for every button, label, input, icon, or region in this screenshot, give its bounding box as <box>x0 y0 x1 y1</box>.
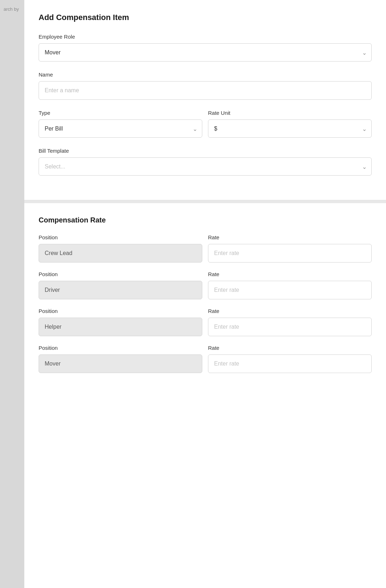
rate-row-2: Position Rate <box>39 308 372 336</box>
position-field-3: Position <box>39 345 202 373</box>
name-field: Name <box>39 72 372 100</box>
rate-input-1[interactable] <box>208 281 372 299</box>
position-label-1: Position <box>39 271 202 277</box>
add-compensation-form: Add Compensation Item Employee Role Move… <box>24 0 386 200</box>
compensation-title: Compensation Rate <box>39 216 372 224</box>
position-input-3 <box>39 354 202 373</box>
position-label-2: Position <box>39 308 202 314</box>
position-field-2: Position <box>39 308 202 336</box>
rate-field-1: Rate <box>208 271 372 299</box>
type-select-wrapper: Per Bill Per Hour Per Job ⌄ <box>39 119 202 138</box>
rate-unit-label: Rate Unit <box>208 110 372 116</box>
rate-label-1: Rate <box>208 271 372 277</box>
section-divider <box>24 200 386 203</box>
rate-row-3: Position Rate <box>39 345 372 373</box>
rate-input-2[interactable] <box>208 318 372 336</box>
type-field: Type Per Bill Per Hour Per Job ⌄ <box>39 110 202 138</box>
sidebar-search-text: arch by <box>0 0 24 18</box>
rate-field-3: Rate <box>208 345 372 373</box>
rate-field-2: Rate <box>208 308 372 336</box>
bill-template-label: Bill Template <box>39 148 372 154</box>
rate-input-3[interactable] <box>208 354 372 373</box>
rate-label-2: Rate <box>208 308 372 314</box>
position-field-1: Position <box>39 271 202 299</box>
rate-unit-select-wrapper: $ % flat ⌄ <box>208 119 372 138</box>
type-rate-row: Type Per Bill Per Hour Per Job ⌄ Rate Un… <box>39 110 372 148</box>
rate-unit-select[interactable]: $ % flat <box>208 119 372 138</box>
rate-label-3: Rate <box>208 345 372 351</box>
position-label-0: Position <box>39 234 202 240</box>
rate-input-0[interactable] <box>208 244 372 263</box>
position-input-2 <box>39 318 202 336</box>
rate-row-0: Position Rate <box>39 234 372 263</box>
employee-role-label: Employee Role <box>39 34 372 40</box>
position-field-0: Position <box>39 234 202 263</box>
form-title: Add Compensation Item <box>39 13 372 22</box>
compensation-rate-section: Compensation Rate Position Rate Position… <box>24 203 386 588</box>
employee-role-field: Employee Role Mover Driver Helper Crew L… <box>39 34 372 62</box>
position-input-1 <box>39 281 202 299</box>
type-select[interactable]: Per Bill Per Hour Per Job <box>39 119 202 138</box>
bill-template-field: Bill Template Select... ⌄ <box>39 148 372 176</box>
rate-unit-field: Rate Unit $ % flat ⌄ <box>208 110 372 138</box>
position-label-3: Position <box>39 345 202 351</box>
bill-template-select-wrapper: Select... ⌄ <box>39 157 372 176</box>
type-label: Type <box>39 110 202 116</box>
employee-role-select[interactable]: Mover Driver Helper Crew Lead <box>39 43 372 62</box>
main-content: Add Compensation Item Employee Role Move… <box>24 0 386 588</box>
name-label: Name <box>39 72 372 78</box>
sidebar: arch by <box>0 0 24 588</box>
rate-field-0: Rate <box>208 234 372 263</box>
bill-template-select[interactable]: Select... <box>39 157 372 176</box>
employee-role-select-wrapper: Mover Driver Helper Crew Lead ⌄ <box>39 43 372 62</box>
name-input[interactable] <box>39 81 372 100</box>
position-input-0 <box>39 244 202 263</box>
rate-row-1: Position Rate <box>39 271 372 299</box>
rate-label-0: Rate <box>208 234 372 240</box>
